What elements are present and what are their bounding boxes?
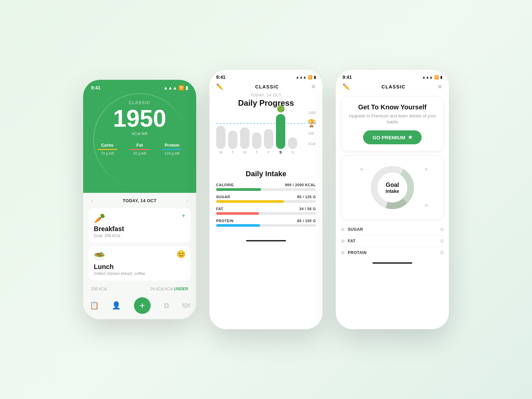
edit-icon-3[interactable]: ✏️: [342, 83, 350, 90]
y-label-kcal: kCal: [309, 142, 316, 146]
star-icon: ★: [408, 134, 412, 140]
sugar-dot: [341, 228, 344, 231]
p2-section-title: Daily Progress: [216, 98, 316, 108]
protein-row: PROTEIN 66 / 150 G: [216, 219, 316, 227]
time-label-3: 9:41: [342, 74, 352, 80]
edit-icon-2[interactable]: ✏️: [216, 83, 223, 90]
time-label-2: 9:41: [216, 74, 225, 80]
go-premium-button[interactable]: GO PREMIUM ★: [363, 130, 421, 144]
date-navigation: ‹ TODAY, 14 OCT ›: [83, 193, 196, 208]
phone-2: 9:41 ▲▲▲ 🛜 ▮ ✏️ CLASSIC ✕ TODAY, 14 OCT …: [209, 70, 323, 329]
bar-sat-fill: 🟢: [276, 114, 285, 149]
signal-icon: ▲▲▲: [163, 85, 177, 90]
add-fab-button[interactable]: +: [134, 297, 151, 314]
p2-mode-label: CLASSIC: [255, 84, 279, 89]
smiley-icon: 😊: [177, 250, 186, 259]
daily-intake-section: Daily Intake CALORIE 900 / 2000 KCAL SUG…: [209, 164, 323, 236]
breakfast-goal: Goal: 256 kCal: [94, 233, 186, 238]
breakfast-card[interactable]: + 🥕 Breakfast Goal: 256 kCal: [88, 208, 191, 243]
lunch-card[interactable]: 😊 🥗 Lunch Grilled chicken breast, coffee: [88, 246, 191, 281]
premium-subtitle: Upgrade to Premium and learn details of …: [348, 113, 437, 125]
lunch-title: Lunch: [94, 263, 186, 271]
pct-label-top-left: %: [360, 168, 363, 171]
sugar-fill: [216, 200, 284, 203]
status-bar-1: 9:41 ▲▲▲ 🛜 ▮: [91, 85, 188, 90]
chef-nav-icon[interactable]: 🍽: [182, 301, 190, 310]
person-nav-icon[interactable]: 👤: [112, 301, 121, 310]
phone2-header: 9:41 ▲▲▲ 🛜 ▮ ✏️ CLASSIC ✕ TODAY, 14 OCT …: [209, 70, 323, 111]
calorie-label: CALORIE: [216, 183, 234, 187]
bar-sun-fill: [288, 137, 297, 149]
fat-fill: [216, 212, 259, 215]
fat-row: FAT 24 / 56 G: [216, 207, 316, 215]
copy-nav-icon[interactable]: ⧉: [164, 301, 169, 310]
y-label-1000: 1000: [309, 121, 316, 125]
fat-value: 24 / 56 G: [299, 207, 316, 211]
y-label-2000: 2000: [309, 111, 316, 115]
bar-sat-label: S: [279, 150, 282, 154]
phone-1: 9:41 ▲▲▲ 🛜 ▮ CLASSIC 1950 kCal left Carb…: [83, 80, 196, 319]
donut-line2: Intake: [386, 189, 399, 194]
fat-label: FAT: [216, 207, 223, 211]
fat-track: [216, 212, 316, 215]
bottom-navigation: 📋 👤 + ⧉ 🍽: [83, 294, 196, 319]
phone-3: 9:41 ▲▲▲ 🛜 ▮ ✏️ CLASSIC ✕ Get To Know Yo…: [336, 70, 449, 329]
prev-arrow-icon[interactable]: ‹: [91, 198, 93, 203]
bar-thu: T: [252, 132, 261, 154]
bar-mon-fill: [216, 126, 225, 149]
bar-fri-fill: [264, 129, 273, 149]
bar-tue-fill: [228, 131, 237, 149]
donut-line1: Goal: [386, 182, 399, 189]
close-icon-3[interactable]: ✕: [437, 83, 442, 90]
bar-mon: M: [216, 126, 225, 154]
premium-card: Get To Know Yourself Upgrade to Premium …: [341, 96, 444, 151]
add-breakfast-button[interactable]: +: [182, 212, 186, 220]
fat-dot: [341, 239, 344, 243]
bar-sat: 🟢 S: [276, 114, 285, 154]
protein-track: [216, 224, 316, 227]
daily-progress-chart: 🏆 M T W T F: [209, 111, 323, 164]
donut-section: Goal Intake % % %: [341, 155, 444, 220]
breakfast-title: Breakfast: [94, 225, 186, 233]
phone3-header: 9:41 ▲▲▲ 🛜 ▮ ✏️ CLASSIC ✕: [336, 70, 449, 94]
bar-mon-label: M: [219, 150, 222, 154]
sugar-list-item: SUGAR G: [341, 224, 444, 235]
home-indicator-3: [372, 262, 412, 264]
under-label: UNDER: [174, 287, 188, 291]
status-icons-3: ▲▲▲ 🛜 ▮: [422, 74, 442, 80]
bar-wed-fill: [240, 127, 249, 149]
wifi-icon-2: 🛜: [308, 75, 313, 79]
calendar-nav-icon[interactable]: 📋: [90, 301, 99, 310]
p3-mode-label: CLASSIC: [382, 84, 406, 89]
pct-label-top-right: %: [425, 168, 428, 171]
bar-sun-label: S: [291, 150, 294, 154]
phone1-bottom: ‹ TODAY, 14 OCT › + 🥕 Breakfast Goal: 25…: [83, 193, 196, 319]
sugar-label: SUGAR: [216, 195, 230, 199]
premium-title: Get To Know Yourself: [348, 103, 437, 111]
lunch-detail: Grilled chicken breast, coffee: [94, 271, 186, 276]
phone1-top: 9:41 ▲▲▲ 🛜 ▮ CLASSIC 1950 kCal left Carb…: [83, 80, 196, 193]
status-icons: ▲▲▲ 🛜 ▮: [163, 85, 188, 90]
close-icon-2[interactable]: ✕: [311, 83, 316, 90]
next-arrow-icon[interactable]: ›: [187, 198, 188, 203]
calorie-track: [216, 188, 316, 191]
battery-icon-3: ▮: [440, 75, 442, 79]
calorie-fill: [216, 188, 261, 191]
footer-status: 24 kCal kCal UNDER: [150, 287, 188, 291]
battery-icon-2: ▮: [314, 75, 316, 79]
calorie-row: CALORIE 900 / 2000 KCAL: [216, 183, 316, 191]
protein-label: PROTEIN: [216, 219, 233, 223]
wifi-icon: 🛜: [179, 85, 184, 90]
donut-chart: Goal Intake % % %: [347, 161, 438, 214]
fat-list-label: FAT: [348, 239, 355, 243]
sugar-value: 85 / 125 G: [297, 195, 316, 199]
status-bar-2: 9:41 ▲▲▲ 🛜 ▮: [216, 74, 316, 80]
bar-tue-label: T: [232, 150, 234, 154]
green-face-icon: 🟢: [277, 105, 285, 113]
bar-fri: F: [264, 129, 273, 154]
battery-icon: ▮: [186, 85, 188, 90]
signal-icon-3: ▲▲▲: [422, 75, 433, 79]
sugar-row: SUGAR 85 / 125 G: [216, 195, 316, 203]
fat-list-value: G: [441, 239, 444, 243]
bar-tue: T: [228, 131, 237, 154]
